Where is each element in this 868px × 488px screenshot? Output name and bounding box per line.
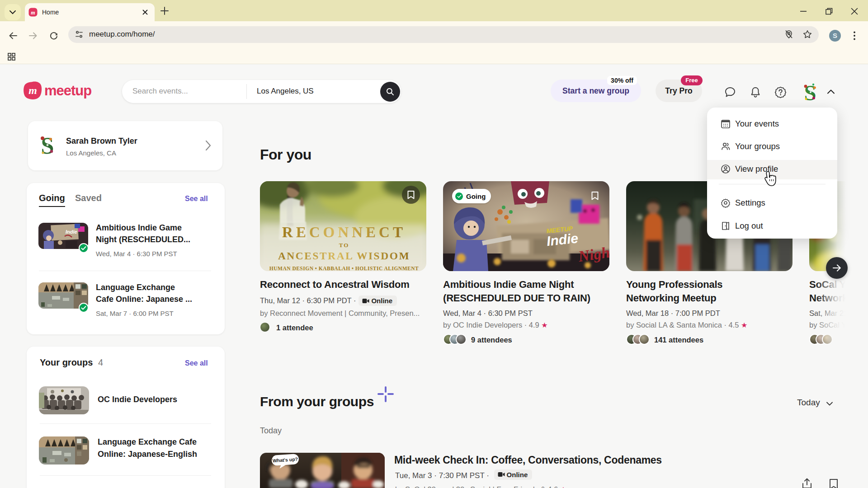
svg-text:ANCESTRAL WISDOM: ANCESTRAL WISDOM [278, 250, 410, 262]
svg-text:m: m [31, 9, 35, 16]
svg-text:Indie: Indie [66, 229, 77, 235]
svg-text:TO: TO [339, 242, 349, 249]
svg-text:HUMAN DESIGN • KABBALAH • HOLI: HUMAN DESIGN • KABBALAH • HOLISTIC ALIGN… [269, 266, 419, 271]
svg-text:meetup: meetup [44, 83, 91, 99]
svg-text:m: m [28, 84, 37, 96]
svg-text:RECONNECT: RECONNECT [282, 224, 406, 240]
